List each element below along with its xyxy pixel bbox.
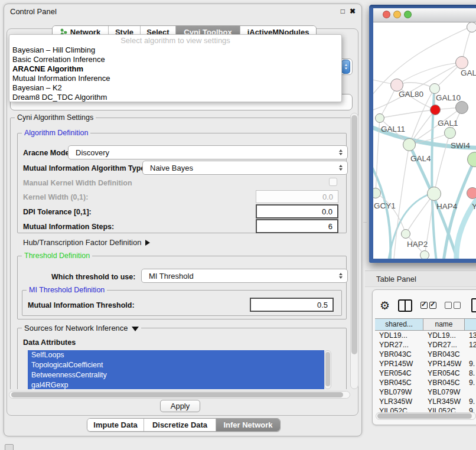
scrollbar-thumb[interactable]	[377, 413, 472, 419]
select-all-checkboxes-icon[interactable]	[420, 302, 436, 309]
node-unlabeled[interactable]	[420, 250, 429, 259]
network-view-window: GALGAL80GAL10GAL1SWI4GAL11GAL4GCY1HAP4YH…	[369, 5, 476, 263]
attribute-item-gal4rgexp[interactable]: gal4RGexp	[28, 380, 324, 389]
table-horizontal-scrollbar[interactable]	[376, 412, 476, 420]
attribute-item-betweennesscentrality[interactable]: BetweennessCentrality	[28, 370, 324, 380]
network-edge	[380, 110, 435, 118]
combobox-stepper-focused[interactable]	[341, 60, 350, 74]
node-gal4[interactable]	[403, 138, 416, 151]
node-gal1[interactable]	[430, 105, 441, 115]
zoom-light-icon[interactable]	[404, 11, 412, 18]
table-cell: YLR345W	[423, 397, 465, 406]
node-gal[interactable]	[455, 56, 468, 69]
close-light-icon[interactable]	[383, 11, 390, 18]
table-row[interactable]: YDR27...YDR27...12	[375, 340, 476, 350]
algorithm-item-basic-correlation-inference[interactable]: Basic Correlation Inference	[9, 55, 341, 64]
algorithm-item-mutual-information-inference[interactable]: Mutual Information Inference	[9, 74, 341, 83]
node-swi4[interactable]	[444, 127, 456, 139]
mi-steps-field[interactable]: 6	[256, 219, 338, 233]
traffic-lights	[383, 10, 415, 21]
dpi-tolerance-field[interactable]: 0.0	[256, 204, 338, 219]
which-threshold-combobox[interactable]: MI Threshold	[141, 269, 348, 283]
node-hap2[interactable]	[401, 229, 410, 239]
mi-type-combobox[interactable]: Naive Bayes	[142, 161, 348, 175]
algorithm-dropdown-placeholder: Select algorithm to view settings	[9, 35, 341, 45]
aracne-mode-combobox[interactable]: Discovery	[68, 145, 348, 159]
apply-button[interactable]: Apply	[160, 400, 200, 412]
node-gal11[interactable]	[375, 113, 384, 123]
hub-definition-toggle[interactable]: Hub/Transcription Factor Definition	[23, 238, 150, 247]
manual-kernel-checkbox[interactable]	[329, 178, 337, 186]
network-canvas[interactable]: GALGAL80GAL10GAL1SWI4GAL11GAL4GCY1HAP4YH…	[373, 22, 476, 259]
table-row[interactable]: YPR145WYPR145W9.	[375, 359, 476, 369]
table-cell: 13	[465, 331, 476, 340]
mi-type-value: Naive Bayes	[150, 164, 193, 172]
algorithm-item-bayesian-k2[interactable]: Bayesian – K2	[9, 83, 341, 93]
which-threshold-value: MI Threshold	[149, 272, 194, 281]
table-cell: YBL079W	[375, 387, 423, 397]
manual-kernel-label: Manual Kernel Width Definition	[23, 179, 132, 187]
deselect-all-checkboxes-icon[interactable]	[445, 302, 461, 309]
table-row[interactable]: YER054CYER054C8.	[375, 369, 476, 378]
scrollbar-thumb[interactable]	[325, 352, 330, 386]
table-row[interactable]: YDL19...YDL19...13	[375, 331, 476, 340]
mi-threshold-field[interactable]: 0.5	[250, 298, 334, 312]
column-header-shared[interactable]: shared...	[375, 319, 423, 330]
table-cell: YBR043C	[423, 350, 465, 359]
table-row[interactable]: YBR043CYBR043C	[375, 350, 476, 359]
table-cell: YDR27...	[423, 340, 465, 350]
stepper-down-icon	[344, 67, 347, 69]
algorithm-item-aracne-algorithm[interactable]: ARACNE Algorithm	[9, 64, 341, 74]
combobox-stepper-icon	[337, 161, 344, 174]
column-layout-icon[interactable]	[398, 299, 412, 312]
table-cell: YBR043C	[375, 350, 423, 359]
sources-toggle[interactable]: Sources for Network Inference	[22, 324, 141, 332]
settings-horizontal-scrollbar[interactable]	[9, 391, 350, 399]
node-gal10[interactable]	[429, 83, 440, 94]
tab-impute-data[interactable]: Impute Data	[87, 419, 144, 431]
attribute-item-topologicalcoefficient[interactable]: TopologicalCoefficient	[28, 360, 324, 370]
kernel-width-field[interactable]: 0.0	[256, 190, 338, 203]
close-window-icon[interactable]: ✖	[350, 7, 356, 15]
network-window-titlebar[interactable]	[373, 8, 476, 22]
gear-icon[interactable]: ⚙	[380, 299, 390, 312]
algorithm-item-dream8-dc-tdc-algorithm[interactable]: Dream8 DC_TDC Algorithm	[9, 93, 341, 102]
float-window-icon[interactable]: □	[341, 7, 345, 15]
algorithm-item-bayesian-hill-climbing[interactable]: Bayesian – Hill Climbing	[9, 45, 341, 55]
sources-title: Sources for Network Inference	[24, 324, 128, 332]
mi-threshold-value: 0.5	[317, 301, 328, 309]
kernel-width-value: 0.0	[322, 193, 333, 201]
mi-threshold-label: Mutual Information Threshold:	[28, 301, 135, 309]
scrollbar-thumb[interactable]	[11, 392, 343, 397]
table-panel-window: ⚙ shared...name YDL19...YDL19...13YDR27.…	[372, 289, 476, 425]
node-label-swi4: SWI4	[451, 141, 470, 150]
node-unlabeled[interactable]	[455, 101, 468, 114]
kernel-width-label: Kernel Width (0,1):	[23, 193, 88, 201]
panel-splitter-grip[interactable]: ··	[363, 219, 368, 225]
node-y[interactable]	[467, 187, 476, 199]
table-cell: YDR27...	[375, 340, 423, 350]
node-unlabeled[interactable]	[467, 22, 476, 32]
node-label-gal1: GAL1	[438, 119, 458, 128]
settings-vertical-scrollbar[interactable]	[350, 113, 358, 389]
desktop-corner-widget[interactable]	[5, 444, 14, 450]
tab-label: Discretize Data	[152, 420, 207, 429]
table-row[interactable]: YBR045CYBR045C9.	[375, 378, 476, 387]
attribute-item-selfloops[interactable]: SelfLoops	[28, 350, 324, 360]
attributes-scrollbar[interactable]	[324, 350, 331, 389]
column-header-name[interactable]: name	[423, 319, 465, 330]
aracne-mode-label: Aracne Mode:	[23, 149, 72, 157]
export-table-icon[interactable]	[471, 298, 476, 312]
table-row[interactable]: YLR345WYLR345W9.	[375, 397, 476, 406]
minimize-light-icon[interactable]	[393, 11, 401, 18]
column-header-2[interactable]	[465, 319, 476, 330]
scrollbar-thumb[interactable]	[351, 115, 357, 354]
tab-discretize-data[interactable]: Discretize Data	[144, 419, 216, 431]
node-label-gal4: GAL4	[410, 154, 431, 163]
unchecked-box-icon	[454, 302, 461, 309]
aracne-mode-value: Discovery	[76, 148, 109, 157]
node-hap4[interactable]	[427, 187, 441, 201]
table-row[interactable]: YBL079WYBL079W	[375, 387, 476, 397]
algorithm-dropdown: Select algorithm to view settings Bayesi…	[9, 34, 342, 102]
tab-infer-network[interactable]: Infer Network	[216, 419, 280, 431]
